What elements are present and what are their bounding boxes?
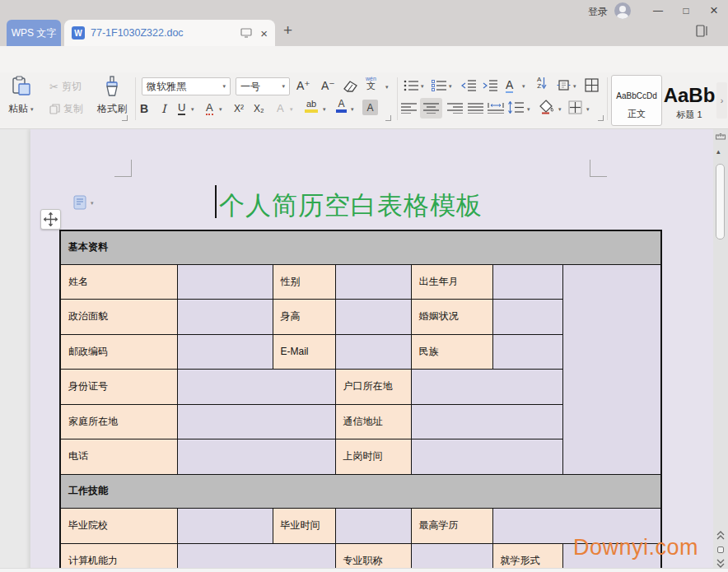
grow-font-button[interactable]: A⁺	[296, 79, 310, 92]
document-tab[interactable]: W 77-1F1030Z322.doc ×	[64, 20, 275, 46]
document-title-text[interactable]: 个人简历空白表格模板	[219, 188, 483, 223]
subscript-button[interactable]: X₂	[254, 103, 264, 114]
label-start-date[interactable]: 上岗时间	[335, 439, 411, 474]
font-dialog-launcher[interactable]	[385, 115, 391, 121]
text-outline-button[interactable]: A	[277, 102, 284, 114]
format-painter-icon[interactable]	[102, 76, 122, 97]
value-birthdate[interactable]	[492, 264, 562, 299]
increase-indent-icon[interactable]	[483, 80, 497, 91]
value-family-location[interactable]	[177, 404, 335, 439]
bold-button[interactable]: B	[140, 102, 148, 115]
value-postal-code[interactable]	[177, 334, 273, 369]
photo-cell[interactable]	[562, 264, 661, 474]
value-household-location[interactable]	[411, 369, 562, 404]
text-outline-dropdown-icon[interactable]: ▾	[290, 106, 293, 113]
copy-button[interactable]: 复制	[49, 102, 83, 116]
align-center-button[interactable]	[420, 98, 442, 119]
label-marital-status[interactable]: 婚姻状况	[411, 299, 492, 334]
label-ethnicity[interactable]: 民族	[411, 334, 492, 369]
text-effects-button[interactable]: A	[506, 77, 513, 92]
select-browse-object-icon[interactable]	[717, 546, 724, 553]
label-email[interactable]: E-Mail	[273, 334, 335, 369]
strikethrough-button[interactable]: A	[206, 101, 213, 115]
pinyin-guide-button[interactable]: wén 文	[366, 76, 376, 91]
paste-icon[interactable]	[10, 76, 32, 97]
label-birthdate[interactable]: 出生年月	[411, 264, 492, 299]
label-name[interactable]: 姓名	[60, 264, 177, 299]
sidebar-toggle-icon[interactable]	[696, 25, 708, 37]
font-color-button[interactable]: A	[336, 99, 347, 113]
font-size-select[interactable]: 一号▾	[236, 77, 290, 95]
format-painter-button[interactable]: 格式刷	[97, 102, 127, 116]
label-phone[interactable]: 电话	[60, 439, 177, 474]
value-phone[interactable]	[177, 439, 335, 474]
style-normal[interactable]: AaBbCcDd 正文	[611, 75, 662, 126]
bullet-list-icon[interactable]	[404, 80, 418, 91]
paste-button[interactable]: 粘贴▾	[8, 102, 34, 116]
shrink-font-button[interactable]: A⁻	[321, 79, 335, 92]
borders-dropdown-icon[interactable]: ▾	[586, 106, 590, 113]
scrollbar-thumb[interactable]	[716, 164, 725, 239]
next-page-icon[interactable]	[716, 559, 725, 568]
value-start-date[interactable]	[411, 439, 562, 474]
vertical-scrollbar[interactable]: ▴	[713, 129, 728, 572]
style-heading1[interactable]: AaBb 标题 1	[664, 75, 715, 126]
value-ethnicity[interactable]	[492, 334, 562, 369]
label-family-location[interactable]: 家庭所在地	[60, 404, 177, 439]
value-marital-status[interactable]	[492, 299, 562, 334]
value-height[interactable]	[335, 299, 411, 334]
label-household-location[interactable]: 户口所在地	[335, 369, 411, 404]
label-graduation-date[interactable]: 毕业时间	[273, 508, 335, 543]
value-id-number[interactable]	[177, 369, 335, 404]
ruler-toggle-icon[interactable]	[716, 133, 726, 141]
label-political-status[interactable]: 政治面貌	[60, 299, 177, 334]
numbered-list-dropdown-icon[interactable]: ▾	[449, 83, 452, 90]
pinyin-dropdown-icon[interactable]: ▾	[385, 84, 389, 91]
label-postal-code[interactable]: 邮政编码	[60, 334, 177, 369]
label-highest-degree[interactable]: 最高学历	[411, 508, 492, 543]
wps-app-button[interactable]: WPS 文字	[7, 20, 61, 46]
numbered-list-icon[interactable]	[432, 80, 446, 91]
value-political-status[interactable]	[177, 299, 273, 334]
label-height[interactable]: 身高	[273, 299, 335, 334]
underline-button[interactable]: U	[178, 101, 185, 115]
underline-dropdown-icon[interactable]: ▾	[191, 106, 194, 113]
value-graduation-date[interactable]	[335, 508, 411, 543]
label-mailing-address[interactable]: 通信地址	[335, 404, 411, 439]
value-email[interactable]	[335, 334, 411, 369]
style-gallery-more-icon[interactable]: ›	[716, 82, 727, 119]
align-left-icon[interactable]	[401, 103, 417, 114]
paragraph-layout-icon[interactable]	[557, 78, 571, 92]
clear-format-icon[interactable]	[343, 80, 358, 93]
previous-page-icon[interactable]	[716, 531, 725, 540]
line-spacing-dropdown-icon[interactable]: ▾	[527, 106, 530, 113]
superscript-button[interactable]: X²	[234, 103, 244, 114]
user-avatar-icon[interactable]	[614, 2, 631, 19]
borders-icon[interactable]	[568, 100, 582, 114]
table-move-handle[interactable]	[40, 209, 61, 230]
shading-icon[interactable]	[539, 100, 555, 114]
screen-share-icon[interactable]	[240, 28, 252, 38]
login-link[interactable]: 登录	[588, 5, 608, 19]
text-effects-dropdown-icon[interactable]: ▾	[522, 83, 525, 90]
distribute-text-icon[interactable]	[488, 102, 504, 114]
label-gender[interactable]: 性别	[273, 264, 335, 299]
minimize-button[interactable]: —	[649, 3, 667, 18]
cut-button[interactable]: ✂剪切	[49, 80, 82, 94]
scroll-up-icon[interactable]: ▴	[716, 147, 721, 156]
label-id-number[interactable]: 身份证号	[60, 369, 177, 404]
value-gender[interactable]	[335, 264, 411, 299]
highlight-dropdown-icon[interactable]: ▾	[323, 106, 326, 113]
label-school[interactable]: 毕业院校	[60, 508, 177, 543]
sort-button[interactable]: AZ	[537, 77, 547, 90]
strikethrough-dropdown-icon[interactable]: ▾	[219, 106, 222, 113]
italic-button[interactable]: I	[161, 102, 166, 115]
tab-close-icon[interactable]: ×	[260, 26, 268, 40]
value-name[interactable]	[177, 264, 273, 299]
align-right-icon[interactable]	[447, 103, 463, 114]
value-mailing-address[interactable]	[411, 404, 562, 439]
section-header-work-skills[interactable]: 工作技能	[60, 474, 661, 508]
paste-options-button[interactable]: ▾	[73, 195, 94, 210]
document-page[interactable]: ▾ 个人简历空白表格模板 基本资料 姓名 性别 出生年月	[30, 129, 713, 572]
section-header-basic-info[interactable]: 基本资料	[60, 230, 661, 264]
